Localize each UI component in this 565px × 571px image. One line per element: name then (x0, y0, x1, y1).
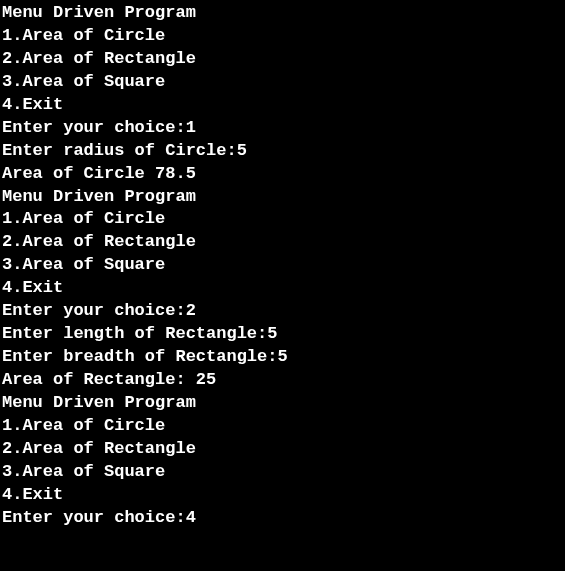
console-line: Enter your choice:4 (2, 507, 565, 530)
console-line: 4.Exit (2, 94, 565, 117)
console-output: Menu Driven Program 1.Area of Circle 2.A… (2, 2, 565, 530)
console-line: Enter length of Rectangle:5 (2, 323, 565, 346)
console-line: Enter your choice:1 (2, 117, 565, 140)
console-line: Enter breadth of Rectangle:5 (2, 346, 565, 369)
console-line: 2.Area of Rectangle (2, 231, 565, 254)
console-line: Enter your choice:2 (2, 300, 565, 323)
console-line: Menu Driven Program (2, 392, 565, 415)
console-line: Area of Rectangle: 25 (2, 369, 565, 392)
console-line: 1.Area of Circle (2, 25, 565, 48)
console-line: 1.Area of Circle (2, 415, 565, 438)
console-line: 3.Area of Square (2, 71, 565, 94)
console-line: 2.Area of Rectangle (2, 48, 565, 71)
console-line: 2.Area of Rectangle (2, 438, 565, 461)
console-line: Area of Circle 78.5 (2, 163, 565, 186)
console-line: 4.Exit (2, 484, 565, 507)
console-line: Menu Driven Program (2, 2, 565, 25)
console-line: Enter radius of Circle:5 (2, 140, 565, 163)
console-line: 3.Area of Square (2, 461, 565, 484)
console-line: 3.Area of Square (2, 254, 565, 277)
console-line: 1.Area of Circle (2, 208, 565, 231)
console-line: 4.Exit (2, 277, 565, 300)
console-line: Menu Driven Program (2, 186, 565, 209)
